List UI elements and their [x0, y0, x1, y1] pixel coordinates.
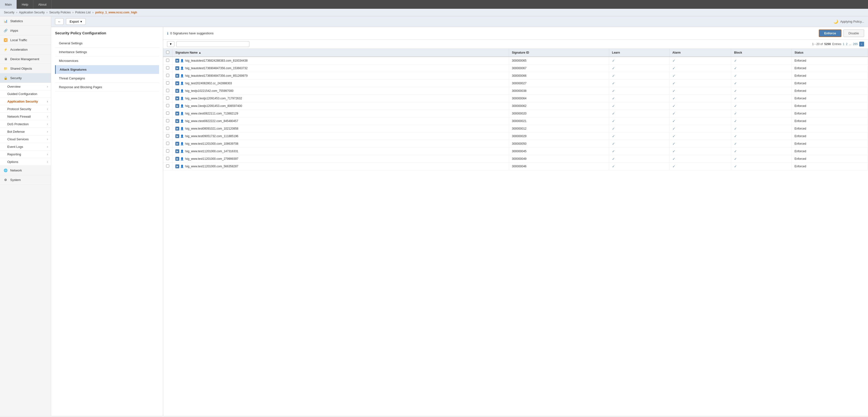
- row-checkbox-14[interactable]: [166, 165, 169, 168]
- protocol-security-arrow: [47, 107, 48, 111]
- row-play-button[interactable]: ▶: [175, 104, 179, 108]
- enforce-button[interactable]: Enforce: [819, 29, 841, 37]
- row-status: Enforced: [792, 155, 868, 163]
- row-checkbox-0[interactable]: [166, 59, 169, 62]
- sidebar-item-shared-objects[interactable]: 📁 Shared Objects: [0, 64, 51, 73]
- config-menu-inheritance-settings[interactable]: Inheritance Settings: [55, 48, 159, 57]
- learn-check-icon: ✓: [612, 142, 615, 146]
- row-play-button[interactable]: ▶: [175, 165, 179, 168]
- learn-check-icon: ✓: [612, 81, 615, 85]
- row-play-button[interactable]: ▶: [175, 157, 179, 161]
- row-checkbox-11[interactable]: [166, 142, 169, 145]
- sidebar-item-security[interactable]: 🔒 Security: [0, 73, 51, 83]
- row-name-cell: ▶ 👤 !sig_www.test11201000.com_566358287: [173, 163, 509, 170]
- block-check-icon: ✓: [734, 149, 737, 153]
- breadcrumb-item-security[interactable]: Security: [4, 11, 14, 14]
- config-menu-attack-signatures[interactable]: Attack Signatures: [55, 65, 159, 74]
- row-sig-id: 300000027: [509, 80, 609, 87]
- select-all-checkbox[interactable]: [166, 51, 169, 54]
- sidebar-item-statistics[interactable]: 📊 Statistics: [0, 16, 51, 26]
- row-play-button[interactable]: ▶: [175, 59, 179, 63]
- config-menu-general-settings[interactable]: General Settings: [55, 39, 159, 48]
- table-row: ▶ 👤 !sig_teautotest1736904847356.com_153…: [163, 64, 868, 72]
- breadcrumb-item-policies[interactable]: Security Policies: [49, 11, 71, 14]
- disable-button[interactable]: Disable: [843, 29, 864, 37]
- page-265-link[interactable]: 265: [853, 42, 858, 46]
- sub-item-cloud-services[interactable]: Cloud Services: [0, 136, 51, 143]
- row-block: ✓: [731, 163, 792, 170]
- nav-tab-help[interactable]: Help: [17, 0, 33, 9]
- sidebar-item-acceleration[interactable]: ⚡ Acceleration: [0, 45, 51, 54]
- config-panel-title: Security Policy Configuration: [55, 31, 159, 35]
- config-menu-microservices[interactable]: Microservices: [55, 57, 159, 65]
- sub-item-application-security[interactable]: Application Security: [0, 98, 51, 105]
- th-block: Block: [731, 49, 792, 57]
- table-row: ▶ 👤 !sig_www.ctest0822222.com_845480457 …: [163, 117, 868, 125]
- row-checkbox-8[interactable]: [166, 119, 169, 122]
- breadcrumb-item-app-security[interactable]: Application Security: [19, 11, 44, 14]
- row-status: Enforced: [792, 148, 868, 155]
- config-menu-threat-campaigns[interactable]: Threat Campaigns: [55, 74, 159, 83]
- row-checkbox-12[interactable]: [166, 149, 169, 152]
- sub-item-bot-defense[interactable]: Bot Defense: [0, 128, 51, 136]
- export-button[interactable]: Export ▾: [66, 18, 86, 25]
- row-play-button[interactable]: ▶: [175, 96, 179, 100]
- sub-item-protocol-security[interactable]: Protocol Security: [0, 105, 51, 113]
- row-checkbox-cell: [163, 148, 173, 155]
- row-play-button[interactable]: ▶: [175, 127, 179, 130]
- row-sig-id: 300000067: [509, 64, 609, 72]
- sub-item-options[interactable]: Options: [0, 158, 51, 166]
- th-checkbox: [163, 49, 173, 57]
- page-1-link[interactable]: 1: [843, 42, 845, 46]
- row-play-button[interactable]: ▶: [175, 66, 179, 70]
- page-next-button[interactable]: ›: [859, 42, 864, 47]
- filter-input[interactable]: [176, 41, 249, 47]
- row-play-button[interactable]: ▶: [175, 119, 179, 123]
- nav-tab-about[interactable]: About: [33, 0, 52, 9]
- row-play-button[interactable]: ▶: [175, 142, 179, 146]
- row-checkbox-1[interactable]: [166, 66, 169, 69]
- sidebar-item-network[interactable]: 🌐 Network: [0, 166, 51, 175]
- row-alarm: ✓: [669, 80, 731, 87]
- nav-tab-main[interactable]: Main: [0, 0, 17, 9]
- row-play-button[interactable]: ▶: [175, 74, 179, 78]
- sub-item-overview[interactable]: Overview: [0, 83, 51, 90]
- row-checkbox-6[interactable]: [166, 104, 169, 107]
- row-status: Enforced: [792, 87, 868, 95]
- row-play-button[interactable]: ▶: [175, 112, 179, 115]
- row-play-button[interactable]: ▶: [175, 81, 179, 85]
- row-checkbox-13[interactable]: [166, 157, 169, 160]
- row-checkbox-5[interactable]: [166, 96, 169, 100]
- alarm-check-icon: ✓: [673, 127, 675, 130]
- sidebar-item-local-traffic[interactable]: 🔀 Local Traffic: [0, 35, 51, 45]
- config-menu-response-blocking[interactable]: Response and Blocking Pages: [55, 83, 159, 92]
- sidebar-item-iapps[interactable]: 🔗 iApps: [0, 26, 51, 35]
- sidebar-item-system[interactable]: ⚙ System: [0, 175, 51, 185]
- page-2-link[interactable]: 2: [846, 42, 847, 46]
- sub-item-reporting[interactable]: Reporting: [0, 151, 51, 158]
- breadcrumb-current: policy_1_www.ncsz.com_high: [95, 11, 137, 14]
- row-play-button[interactable]: ▶: [175, 134, 179, 138]
- sub-item-event-logs[interactable]: Event Logs: [0, 143, 51, 151]
- row-checkbox-3[interactable]: [166, 81, 169, 85]
- sub-item-dos-protection[interactable]: DoS Protection: [0, 120, 51, 128]
- row-checkbox-7[interactable]: [166, 112, 169, 115]
- row-checkbox-2[interactable]: [166, 74, 169, 77]
- filter-button[interactable]: ▼: [167, 41, 175, 47]
- row-checkbox-4[interactable]: [166, 89, 169, 92]
- th-signature-name[interactable]: Signature Name ▲: [173, 49, 509, 57]
- sub-item-guided-configuration[interactable]: Guided Configuration: [0, 90, 51, 98]
- row-checkbox-10[interactable]: [166, 134, 169, 138]
- breadcrumb-item-list[interactable]: Policies List: [75, 11, 91, 14]
- row-alarm: ✓: [669, 140, 731, 148]
- row-user-icon: 👤: [180, 104, 184, 108]
- row-play-button[interactable]: ▶: [175, 149, 179, 153]
- sub-item-network-firewall[interactable]: Network Firewall: [0, 113, 51, 120]
- signatures-info: ℹ 0 Signatures have suggestions: [167, 31, 214, 35]
- sidebar-item-device-management[interactable]: 🖥 Device Management: [0, 54, 51, 64]
- row-checkbox-9[interactable]: [166, 127, 169, 130]
- split-pane: Security Policy Configuration General Se…: [51, 27, 868, 416]
- back-button[interactable]: ←: [55, 18, 64, 25]
- table-scroll[interactable]: Signature Name ▲ Signature ID Learn Alar…: [163, 49, 868, 416]
- row-play-button[interactable]: ▶: [175, 89, 179, 93]
